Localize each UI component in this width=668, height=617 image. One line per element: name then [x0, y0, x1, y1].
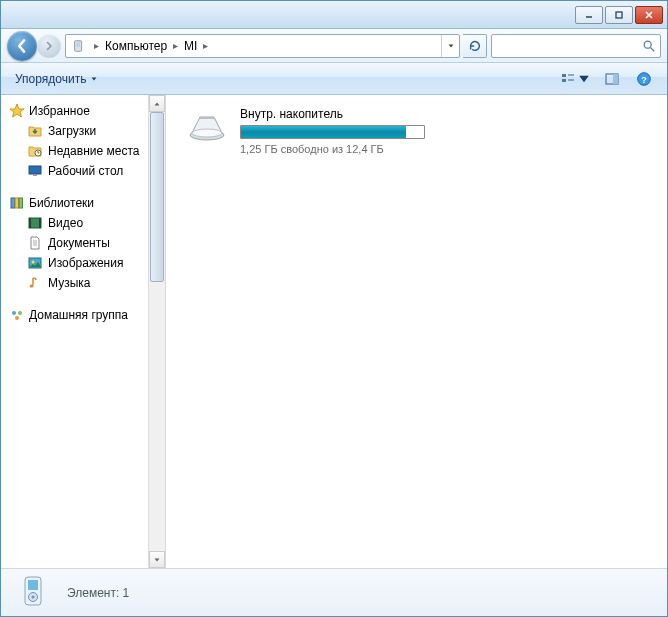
svg-point-34 — [192, 129, 222, 137]
maximize-button[interactable] — [605, 6, 633, 24]
homegroup-label: Домашняя группа — [29, 308, 128, 322]
tree-label: Недавние места — [48, 144, 139, 158]
svg-rect-16 — [29, 166, 41, 174]
breadcrumb-mi[interactable]: MI — [180, 39, 201, 53]
svg-point-30 — [12, 311, 16, 315]
back-button[interactable] — [7, 31, 37, 61]
sidebar-item-pictures[interactable]: Изображения — [5, 253, 165, 273]
svg-point-28 — [32, 261, 35, 264]
chevron-down-icon — [447, 42, 455, 50]
view-mode-button[interactable] — [557, 68, 595, 90]
libraries-label: Библиотеки — [29, 196, 94, 210]
sidebar-item-music[interactable]: Музыка — [5, 273, 165, 293]
arrow-right-icon — [44, 41, 54, 51]
favorites-group: Избранное Загрузки Недавние места Рабочи… — [5, 101, 165, 181]
documents-icon — [27, 235, 43, 251]
tree-label: Документы — [48, 236, 110, 250]
svg-rect-22 — [29, 218, 31, 228]
svg-rect-37 — [28, 580, 38, 590]
arrow-left-icon — [15, 39, 29, 53]
preview-pane-icon — [604, 71, 620, 87]
scroll-track[interactable] — [149, 112, 165, 551]
svg-rect-20 — [19, 198, 23, 208]
scroll-down-button[interactable] — [149, 551, 165, 568]
organize-label: Упорядочить — [15, 72, 86, 86]
sidebar-scrollbar[interactable] — [148, 95, 165, 568]
scroll-up-button[interactable] — [149, 95, 165, 112]
svg-rect-7 — [562, 79, 566, 82]
svg-rect-3 — [76, 42, 80, 46]
breadcrumb-separator[interactable]: ▸ — [201, 40, 210, 51]
sidebar-item-video[interactable]: Видео — [5, 213, 165, 233]
svg-point-4 — [644, 41, 651, 48]
libraries-group: Библиотеки Видео Документы Изображения М… — [5, 193, 165, 293]
libraries-header[interactable]: Библиотеки — [5, 193, 165, 213]
content-body: Избранное Загрузки Недавние места Рабочи… — [1, 95, 667, 568]
drive-info: Внутр. накопитель 1,25 ГБ свободно из 12… — [240, 107, 430, 155]
drive-icon — [186, 107, 228, 143]
device-icon — [70, 37, 88, 55]
breadcrumb-computer[interactable]: Компьютер — [101, 39, 171, 53]
view-icon — [560, 71, 576, 87]
preview-pane-button[interactable] — [597, 68, 627, 90]
homegroup-icon — [9, 307, 25, 323]
drive-item[interactable]: Внутр. накопитель 1,25 ГБ свободно из 12… — [186, 107, 647, 155]
svg-rect-19 — [15, 198, 19, 208]
svg-rect-35 — [200, 117, 214, 119]
favorites-header[interactable]: Избранное — [5, 101, 165, 121]
svg-rect-11 — [613, 74, 618, 84]
svg-text:?: ? — [641, 74, 647, 84]
tree-label: Загрузки — [48, 124, 96, 138]
navigation-bar: ▸ Компьютер ▸ MI ▸ — [1, 29, 667, 63]
tree-label: Музыка — [48, 276, 90, 290]
tree-label: Изображения — [48, 256, 123, 270]
status-text: Элемент: 1 — [67, 586, 129, 600]
toolbar: Упорядочить ? — [1, 63, 667, 95]
sidebar-item-desktop[interactable]: Рабочий стол — [5, 161, 165, 181]
close-button[interactable] — [635, 6, 663, 24]
svg-line-5 — [651, 47, 655, 51]
video-icon — [27, 215, 43, 231]
svg-rect-1 — [616, 12, 622, 18]
tree-label: Рабочий стол — [48, 164, 123, 178]
recent-icon — [27, 143, 43, 159]
navigation-pane: Избранное Загрузки Недавние места Рабочи… — [1, 95, 166, 568]
refresh-button[interactable] — [463, 34, 487, 58]
capacity-fill — [241, 126, 406, 138]
svg-point-29 — [30, 285, 34, 288]
address-dropdown[interactable] — [441, 35, 459, 57]
svg-point-39 — [32, 595, 35, 598]
drive-name: Внутр. накопитель — [240, 107, 430, 121]
organize-button[interactable]: Упорядочить — [9, 68, 104, 90]
toolbar-right-group: ? — [557, 68, 659, 90]
favorites-label: Избранное — [29, 104, 90, 118]
tree-label: Видео — [48, 216, 83, 230]
pictures-icon — [27, 255, 43, 271]
refresh-icon — [468, 39, 482, 53]
status-bar: Элемент: 1 — [1, 568, 667, 616]
capacity-bar — [240, 125, 425, 139]
chevron-down-icon — [90, 75, 98, 83]
svg-rect-17 — [33, 174, 37, 176]
address-bar[interactable]: ▸ Компьютер ▸ MI ▸ — [65, 34, 460, 58]
music-icon — [27, 275, 43, 291]
search-input[interactable] — [491, 34, 661, 58]
file-list-pane[interactable]: Внутр. накопитель 1,25 ГБ свободно из 12… — [166, 95, 667, 568]
svg-rect-23 — [39, 218, 41, 228]
star-icon — [9, 103, 25, 119]
sidebar-item-downloads[interactable]: Загрузки — [5, 121, 165, 141]
minimize-button[interactable] — [575, 6, 603, 24]
libraries-icon — [9, 195, 25, 211]
breadcrumb-separator[interactable]: ▸ — [92, 40, 101, 51]
explorer-window: ▸ Компьютер ▸ MI ▸ Упорядочить — [0, 0, 668, 617]
svg-rect-18 — [11, 198, 15, 208]
search-icon — [642, 39, 656, 53]
sidebar-item-recent[interactable]: Недавние места — [5, 141, 165, 161]
homegroup-header[interactable]: Домашняя группа — [5, 305, 165, 325]
scroll-thumb[interactable] — [150, 112, 164, 282]
help-button[interactable]: ? — [629, 68, 659, 90]
svg-rect-6 — [562, 74, 566, 77]
forward-button[interactable] — [37, 34, 61, 58]
sidebar-item-documents[interactable]: Документы — [5, 233, 165, 253]
breadcrumb-separator[interactable]: ▸ — [171, 40, 180, 51]
